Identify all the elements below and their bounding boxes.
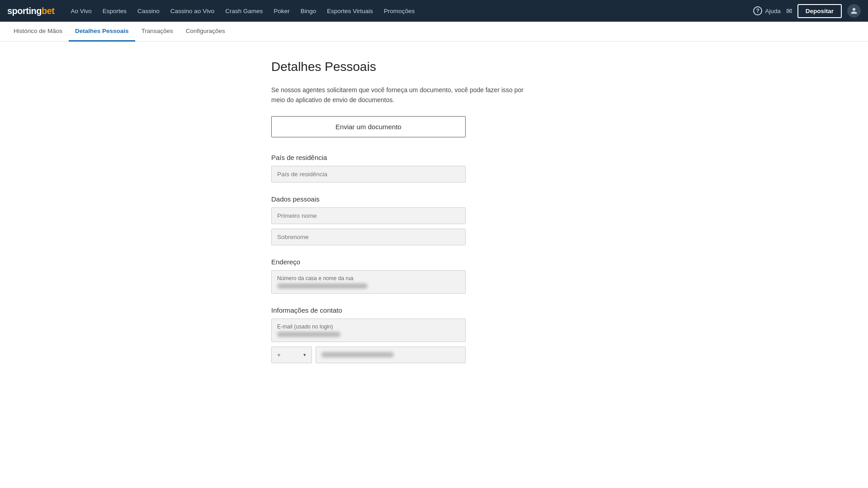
navbar: sportingbet Ao Vivo Esportes Cassino Cas… bbox=[0, 0, 868, 22]
section-endereco: Endereço Número da casa e nome da rua bbox=[271, 258, 597, 294]
nav-links: Ao Vivo Esportes Cassino Cassino ao Vivo… bbox=[66, 0, 754, 22]
email-blurred-value bbox=[277, 332, 340, 337]
tab-historico-maos[interactable]: Histórico de Mãos bbox=[7, 22, 69, 42]
pais-residencia-input[interactable] bbox=[271, 166, 466, 183]
phone-prefix-selector[interactable]: + ▾ bbox=[271, 347, 312, 363]
sub-nav: Histórico de Mãos Detalhes Pessoais Tran… bbox=[0, 22, 868, 42]
mail-icon[interactable]: ✉ bbox=[786, 7, 792, 15]
section-label-dados-pessoais: Dados pessoais bbox=[271, 195, 597, 203]
help-button[interactable]: ? Ajuda bbox=[753, 6, 781, 15]
logo[interactable]: sportingbet bbox=[7, 6, 55, 16]
tab-configuracoes[interactable]: Configurações bbox=[179, 22, 231, 42]
nav-cassino-ao-vivo[interactable]: Cassino ao Vivo bbox=[165, 0, 220, 22]
nav-esportes-virtuais[interactable]: Esportes Virtuais bbox=[321, 0, 378, 22]
tab-transacoes[interactable]: Transações bbox=[135, 22, 179, 42]
section-label-endereco: Endereço bbox=[271, 258, 597, 266]
section-contato: Informações de contato E-mail (usado no … bbox=[271, 306, 597, 363]
email-field-label: E-mail (usado no login) bbox=[277, 324, 460, 330]
section-pais-residencia: País de residência bbox=[271, 154, 597, 183]
navbar-right: ? Ajuda ✉ Depositar bbox=[753, 4, 861, 18]
phone-row: + ▾ bbox=[271, 347, 466, 363]
info-description: Se nossos agentes solicitarem que você f… bbox=[271, 85, 533, 105]
endereco-field[interactable]: Número da casa e nome da rua bbox=[271, 270, 466, 294]
email-field[interactable]: E-mail (usado no login) bbox=[271, 319, 466, 342]
user-avatar-icon[interactable] bbox=[847, 4, 861, 18]
section-label-pais: País de residência bbox=[271, 154, 597, 161]
primeiro-nome-input[interactable] bbox=[271, 207, 466, 224]
help-icon: ? bbox=[753, 6, 762, 15]
nav-bingo[interactable]: Bingo bbox=[295, 0, 322, 22]
logo-text: sportingbet bbox=[7, 6, 55, 16]
nav-poker[interactable]: Poker bbox=[268, 0, 295, 22]
section-label-contato: Informações de contato bbox=[271, 306, 597, 314]
chevron-down-icon: ▾ bbox=[303, 352, 306, 358]
logo-bet: bet bbox=[42, 6, 55, 16]
main-content: Detalhes Pessoais Se nossos agentes soli… bbox=[262, 42, 606, 394]
phone-prefix-text: + bbox=[277, 352, 303, 358]
sobrenome-input[interactable] bbox=[271, 229, 466, 245]
logo-sporting: sporting bbox=[7, 6, 42, 16]
tab-detalhes-pessoais[interactable]: Detalhes Pessoais bbox=[69, 22, 135, 42]
nav-promocoes[interactable]: Promoções bbox=[378, 0, 420, 22]
phone-blurred-value bbox=[321, 352, 394, 357]
page-title: Detalhes Pessoais bbox=[271, 60, 597, 74]
nav-ao-vivo[interactable]: Ao Vivo bbox=[66, 0, 97, 22]
nav-crash-games[interactable]: Crash Games bbox=[220, 0, 268, 22]
section-dados-pessoais: Dados pessoais bbox=[271, 195, 597, 245]
deposit-button[interactable]: Depositar bbox=[797, 4, 842, 18]
nav-cassino[interactable]: Cassino bbox=[132, 0, 165, 22]
send-document-button[interactable]: Enviar um documento bbox=[271, 116, 466, 137]
help-label: Ajuda bbox=[765, 8, 781, 14]
endereco-field-label: Número da casa e nome da rua bbox=[277, 275, 460, 282]
nav-esportes[interactable]: Esportes bbox=[97, 0, 132, 22]
phone-number-field[interactable] bbox=[316, 347, 466, 363]
endereco-blurred-value bbox=[277, 283, 368, 289]
